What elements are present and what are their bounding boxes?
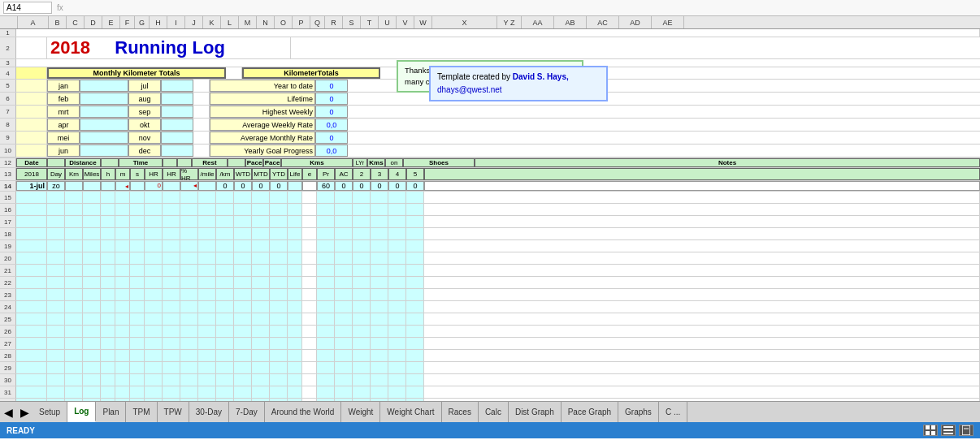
r27-pr[interactable]	[317, 338, 335, 349]
r16-h[interactable]	[101, 204, 115, 215]
r32-s3[interactable]	[371, 399, 388, 401]
r24-s[interactable]	[130, 301, 145, 313]
r10-dec-val[interactable]	[161, 145, 193, 157]
col-l-header[interactable]: L	[221, 16, 239, 28]
r20-km[interactable]	[65, 252, 83, 264]
r17-s4[interactable]	[388, 216, 406, 227]
r25-pr[interactable]	[317, 313, 335, 325]
r19-notes[interactable]	[424, 240, 980, 252]
r23-s3[interactable]	[371, 289, 388, 300]
r24-mtd[interactable]	[252, 301, 270, 313]
r16-s2[interactable]	[353, 204, 371, 215]
r16-pcthr[interactable]	[180, 204, 198, 215]
r16-pr[interactable]	[317, 204, 335, 215]
r23-s4[interactable]	[388, 289, 406, 300]
r21-miles[interactable]	[83, 265, 101, 276]
r29-mtd[interactable]	[252, 362, 270, 373]
r14-notes[interactable]	[424, 181, 980, 191]
r30-ac[interactable]	[335, 374, 353, 386]
r18-pmile[interactable]	[198, 228, 216, 239]
r15-miles[interactable]	[83, 192, 101, 203]
r17-life[interactable]	[288, 216, 302, 227]
r25-wtd[interactable]	[234, 313, 252, 325]
r29-pr[interactable]	[317, 362, 335, 373]
r5-jan[interactable]: jan	[47, 80, 80, 92]
r22-pr[interactable]	[317, 277, 335, 288]
r25-s2[interactable]	[353, 313, 371, 325]
r25-m[interactable]	[115, 313, 130, 325]
r27-miles[interactable]	[83, 338, 101, 349]
r19-hr2[interactable]	[163, 240, 180, 252]
row-23[interactable]: 23	[0, 289, 980, 301]
r24-day[interactable]	[47, 301, 65, 313]
r23-wtd[interactable]	[234, 289, 252, 300]
r26-wtd[interactable]	[234, 326, 252, 337]
r23-s2[interactable]	[353, 289, 371, 300]
r32-wtd[interactable]	[234, 399, 252, 401]
r32-m[interactable]	[115, 399, 130, 401]
r16-m[interactable]	[115, 204, 130, 215]
r25-s3[interactable]	[371, 313, 388, 325]
r5-jul[interactable]: jul	[128, 80, 161, 92]
tab-races[interactable]: Races	[442, 402, 479, 422]
r17-hr2[interactable]	[163, 216, 180, 227]
r14-hr2[interactable]	[163, 181, 180, 191]
r25-s5[interactable]	[406, 313, 424, 325]
col-a-header[interactable]: A	[18, 16, 49, 28]
r29-wtd[interactable]	[234, 362, 252, 373]
r5-jan-val[interactable]	[80, 80, 128, 92]
r26-day[interactable]	[47, 326, 65, 337]
r24-pmile[interactable]	[198, 301, 216, 313]
r26-notes[interactable]	[424, 326, 980, 337]
r31-m[interactable]	[115, 386, 130, 398]
r18-date[interactable]	[16, 228, 47, 239]
tab-calc[interactable]: Calc	[479, 402, 509, 422]
r24-h[interactable]	[101, 301, 115, 313]
r28-hr[interactable]	[145, 350, 163, 361]
r30-pmile[interactable]	[198, 374, 216, 386]
r29-h[interactable]	[101, 362, 115, 373]
r15-pr[interactable]	[317, 192, 335, 203]
r30-hr2[interactable]	[163, 374, 180, 386]
r16-s3[interactable]	[371, 204, 388, 215]
r32-miles[interactable]	[83, 399, 101, 401]
r32-h[interactable]	[101, 399, 115, 401]
r26-s5[interactable]	[406, 326, 424, 337]
r26-miles[interactable]	[83, 326, 101, 337]
r19-ac[interactable]	[335, 240, 353, 252]
r27-m[interactable]	[115, 338, 130, 349]
col-x-header[interactable]: X	[432, 16, 497, 28]
r17-s2[interactable]	[353, 216, 371, 227]
r21-e[interactable]	[302, 265, 317, 276]
r27-ytd[interactable]	[270, 338, 288, 349]
tab-right-arrow[interactable]: ▶	[16, 402, 33, 422]
r31-ac[interactable]	[335, 386, 353, 398]
r25-pmile[interactable]	[198, 313, 216, 325]
r17-ac[interactable]	[335, 216, 353, 227]
r31-s[interactable]	[130, 386, 145, 398]
r15-hr2[interactable]	[163, 192, 180, 203]
r26-h[interactable]	[101, 326, 115, 337]
r26-mtd[interactable]	[252, 326, 270, 337]
r32-hr[interactable]	[145, 399, 163, 401]
r29-km[interactable]	[65, 362, 83, 373]
r32-e[interactable]	[302, 399, 317, 401]
r21-s2[interactable]	[353, 265, 371, 276]
col-q-header[interactable]: Q	[310, 16, 325, 28]
r15-s4[interactable]	[388, 192, 406, 203]
r17-mtd[interactable]	[252, 216, 270, 227]
r24-s3[interactable]	[371, 301, 388, 313]
r19-h[interactable]	[101, 240, 115, 252]
r26-pr[interactable]	[317, 326, 335, 337]
tab-tpm[interactable]: TPM	[126, 402, 157, 422]
r20-s4[interactable]	[388, 252, 406, 264]
r15-wtd[interactable]	[234, 192, 252, 203]
r9-mei[interactable]: mei	[47, 132, 80, 144]
tab-30day[interactable]: 30-Day	[189, 402, 229, 422]
r23-hr2[interactable]	[163, 289, 180, 300]
r16-pkm[interactable]	[216, 204, 234, 215]
r7-mrt[interactable]: mrt	[47, 106, 80, 118]
r6-aug-val[interactable]	[161, 93, 193, 105]
r14-ac[interactable]: 0	[335, 181, 353, 191]
r26-s[interactable]	[130, 326, 145, 337]
